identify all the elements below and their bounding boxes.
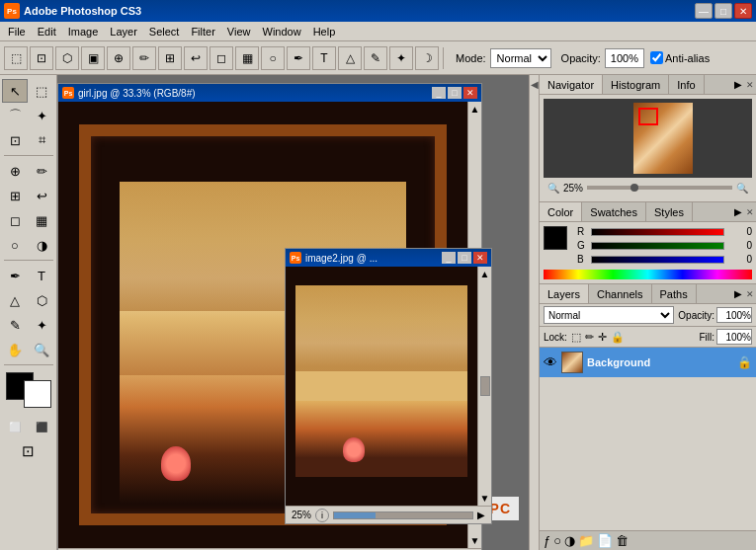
quickmask-mode[interactable]: ⬛ [29, 415, 54, 438]
layer-group-icon[interactable]: 📁 [578, 533, 594, 548]
tool-dodge[interactable]: ○ [261, 46, 285, 70]
tool-select[interactable]: ⬚ [4, 46, 28, 70]
menu-select[interactable]: Select [143, 24, 186, 39]
scroll2-thumb[interactable] [480, 376, 490, 396]
tool-hand[interactable]: ☽ [415, 46, 439, 70]
mode-select[interactable]: Normal [490, 48, 551, 68]
maximize-button[interactable]: □ [714, 3, 732, 19]
tool-brush[interactable]: ✏ [132, 46, 156, 70]
background-color[interactable] [24, 380, 51, 408]
tool-heal[interactable]: ⊕ [107, 46, 130, 70]
canvas-area[interactable]: Ps girl.jpg @ 33.3% (RGB/8#) _ □ ✕ [57, 75, 529, 550]
zoom-minus-icon[interactable]: 🔍 [547, 183, 559, 194]
tool-lasso[interactable]: ⊡ [30, 46, 53, 70]
tab-info[interactable]: Info [669, 75, 704, 94]
menu-file[interactable]: File [2, 24, 32, 39]
scroll2-up[interactable]: ▲ [478, 267, 492, 281]
tool-zoom[interactable]: 🔍 [29, 338, 54, 361]
zoom-plus-icon[interactable]: 🔍 [736, 183, 748, 194]
tab-histogram[interactable]: Histogram [603, 75, 669, 94]
nav-zoom-thumb[interactable] [630, 184, 638, 192]
tab-styles[interactable]: Styles [646, 202, 693, 221]
tool-pen-l[interactable]: ✒ [2, 264, 28, 287]
antialias-checkbox[interactable] [650, 51, 663, 64]
menu-filter[interactable]: Filter [185, 24, 220, 39]
lock-transparent-icon[interactable]: ⬚ [571, 331, 581, 344]
tool-eyedropper[interactable]: ✦ [389, 46, 413, 70]
tab-color[interactable]: Color [540, 202, 582, 221]
tab-swatches[interactable]: Swatches [582, 202, 646, 221]
blend-mode-select[interactable]: Normal [544, 306, 674, 324]
vertical-scrollbar-2[interactable]: ▲ ▼ [477, 267, 491, 506]
menu-edit[interactable]: Edit [32, 24, 62, 39]
menu-window[interactable]: Window [257, 24, 307, 39]
foreground-swatch[interactable] [544, 226, 567, 250]
tab-channels[interactable]: Channels [589, 284, 651, 303]
tool-dodge-l[interactable]: ◑ [29, 233, 54, 257]
doc2-minimize[interactable]: _ [442, 252, 456, 264]
tool-gradient[interactable]: ▦ [235, 46, 259, 70]
tool-3d[interactable]: ⬡ [29, 288, 54, 312]
tool-history-l[interactable]: ↩ [29, 184, 54, 207]
r-slider[interactable] [591, 228, 724, 236]
tool-notes[interactable]: ✎ [364, 46, 387, 70]
scroll-down[interactable]: ▼ [468, 533, 482, 548]
opacity-l-input[interactable] [716, 307, 752, 323]
b-slider[interactable] [591, 256, 724, 264]
tab-layers[interactable]: Layers [540, 284, 589, 303]
layer-row-background[interactable]: 👁 Background 🔒 [540, 348, 756, 377]
layer-delete-icon[interactable]: 🗑 [616, 533, 629, 548]
color-spectrum[interactable] [544, 270, 752, 279]
tool-brush-l[interactable]: ✏ [29, 159, 54, 183]
h-scrollbar2-thumb[interactable] [334, 512, 376, 518]
expand-arrow[interactable]: ◀ [531, 79, 539, 90]
menu-image[interactable]: Image [62, 24, 105, 39]
layers-menu-icon[interactable]: ▶ [732, 288, 744, 299]
tool-slice[interactable]: ⌗ [29, 128, 54, 152]
navigator-menu-icon[interactable]: ▶ [732, 79, 744, 90]
lock-all-icon[interactable]: 🔒 [611, 331, 625, 344]
tool-move[interactable]: ↖ [2, 79, 28, 103]
layer-fx-icon[interactable]: ƒ [544, 533, 550, 548]
tab-paths[interactable]: Paths [652, 284, 697, 303]
tool-heal-l[interactable]: ⊕ [2, 159, 28, 183]
status2-icon[interactable]: i [315, 509, 329, 522]
tool-shape[interactable]: △ [338, 46, 362, 70]
tool-eraser[interactable]: ◻ [210, 46, 233, 70]
doc-maximize[interactable]: □ [448, 87, 462, 99]
opacity-input[interactable] [605, 48, 644, 68]
standard-mode[interactable]: ⬜ [2, 415, 28, 438]
layer-adj-icon[interactable]: ◑ [564, 533, 575, 548]
tool-type[interactable]: T [312, 46, 336, 70]
screen-mode[interactable]: ⊡ [16, 439, 42, 463]
menu-layer[interactable]: Layer [104, 24, 143, 39]
tool-blur[interactable]: ○ [2, 233, 28, 257]
tool-notes-l[interactable]: ✎ [2, 313, 28, 337]
nav-zoom-slider[interactable] [587, 186, 732, 190]
doc-close[interactable]: ✕ [463, 87, 477, 99]
second-document-window[interactable]: Ps image2.jpg @ ... _ □ ✕ [285, 248, 492, 524]
layer-new-icon[interactable]: 📄 [597, 533, 613, 548]
tool-type-l[interactable]: T [29, 264, 54, 287]
color-close-icon[interactable]: ✕ [746, 207, 754, 217]
second-canvas[interactable] [286, 267, 477, 506]
layer-mask-icon[interactable]: ○ [553, 533, 561, 548]
tool-history[interactable]: ↩ [184, 46, 208, 70]
tool-crop-l[interactable]: ⊡ [2, 128, 28, 152]
tool-shape-l[interactable]: △ [2, 288, 28, 312]
minimize-button[interactable]: — [695, 3, 713, 19]
nav-red-box[interactable] [638, 108, 658, 125]
tool-stamp-l[interactable]: ⊞ [2, 184, 28, 207]
tab-navigator[interactable]: Navigator [540, 75, 603, 94]
color-menu-icon[interactable]: ▶ [732, 206, 744, 217]
doc2-close[interactable]: ✕ [473, 252, 487, 264]
close-button[interactable]: ✕ [734, 3, 752, 19]
tool-eraser-l[interactable]: ◻ [2, 208, 28, 232]
menu-view[interactable]: View [221, 24, 257, 39]
navigator-close-icon[interactable]: ✕ [746, 80, 754, 90]
scroll2-down[interactable]: ▼ [478, 491, 492, 506]
doc2-maximize[interactable]: □ [458, 252, 471, 264]
scroll-up[interactable]: ▲ [468, 102, 482, 117]
tool-crop[interactable]: ▣ [81, 46, 105, 70]
fill-input[interactable] [716, 329, 752, 345]
